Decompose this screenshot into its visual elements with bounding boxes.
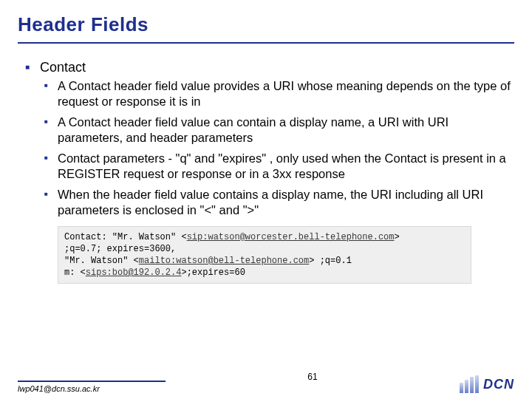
slide-title: Header Fields — [18, 13, 514, 36]
bullet-text: A Contact header field value provides a … — [58, 79, 511, 108]
bullet-text: Contact parameters - "q" and "expires" ,… — [58, 151, 506, 180]
list-item: When the header field value contains a d… — [40, 187, 514, 219]
footer-email: lwp041@dcn.ssu.ac.kr — [18, 384, 166, 393]
list-item: Contact parameters - "q" and "expires" ,… — [40, 151, 514, 183]
code-text: "Mr. Watson" < — [64, 256, 139, 266]
footer: lwp041@dcn.ssu.ac.kr 61 DCN — [18, 361, 514, 393]
code-text: m: < — [64, 267, 86, 278]
code-text: Contact: "Mr. Watson" < — [64, 232, 187, 242]
code-uri: sips:bob@192.0.2.4 — [86, 267, 182, 278]
content-area: Contact A Contact header field value pro… — [18, 60, 514, 361]
code-uri: sip:watson@worcester.bell-telephone.com — [187, 232, 395, 242]
title-underline — [18, 42, 514, 44]
slide: Header Fields Contact A Contact header f… — [0, 0, 532, 399]
bullet-text: A Contact header field value can contain… — [58, 115, 449, 144]
footer-rule — [18, 381, 166, 382]
footer-left: lwp041@dcn.ssu.ac.kr — [18, 381, 166, 393]
page-number: 61 — [307, 372, 317, 382]
code-text: > — [395, 232, 400, 242]
bullet-text: When the header field value contains a d… — [58, 188, 483, 216]
list-item: Contact A Contact header field value pro… — [18, 60, 514, 219]
code-line: "Mr. Watson" <mailto:watson@bell-telepho… — [64, 255, 465, 267]
list-item: A Contact header field value provides a … — [40, 78, 514, 110]
code-text: > ;q=0.1 — [309, 256, 352, 266]
code-line: ;q=0.7; expires=3600, — [64, 243, 465, 255]
code-line: m: <sips:bob@192.0.2.4>;expires=60 — [64, 267, 465, 279]
bullet-list-level1: Contact A Contact header field value pro… — [18, 60, 514, 219]
code-uri: mailto:watson@bell-telephone.com — [139, 256, 309, 266]
bullet-list-level2: A Contact header field value provides a … — [40, 78, 514, 219]
bullet-text: Contact — [40, 60, 86, 75]
code-text: >;expires=60 — [181, 267, 245, 278]
code-example: Contact: "Mr. Watson" <sip:watson@worces… — [58, 226, 471, 284]
code-line: Contact: "Mr. Watson" <sip:watson@worces… — [64, 231, 465, 243]
logo-text: DCN — [483, 377, 514, 392]
logo: DCN — [460, 375, 514, 393]
logo-bars-icon — [460, 375, 479, 393]
list-item: A Contact header field value can contain… — [40, 115, 514, 146]
code-text: ;q=0.7; expires=3600, — [64, 244, 176, 254]
